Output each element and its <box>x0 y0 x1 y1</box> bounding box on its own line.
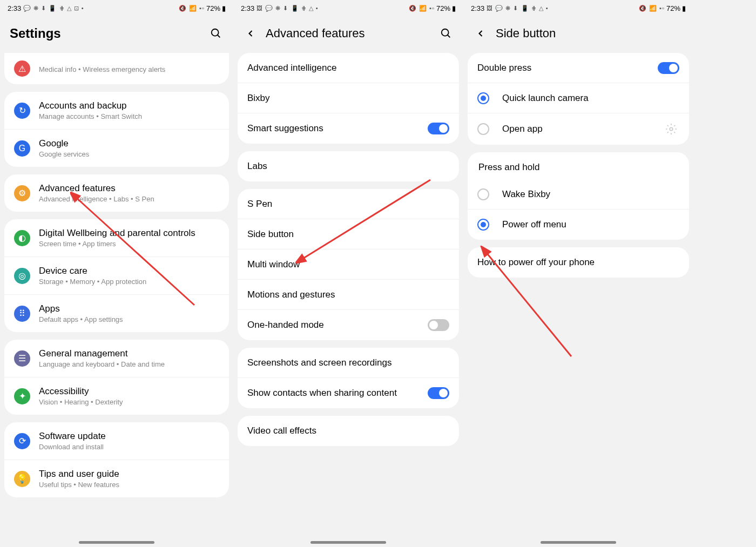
row-label: Multi window <box>247 259 300 270</box>
settings-item-safety[interactable]: ⚠ Medical info • Wireless emergency aler… <box>4 53 229 84</box>
row-label: Motions and gestures <box>247 289 335 300</box>
settings-item-device-care[interactable]: ◎ Device care Storage • Memory • App pro… <box>4 257 229 295</box>
settings-item-label: Software update <box>39 431 219 442</box>
nav-handle[interactable] <box>79 541 154 544</box>
toggle-double-press[interactable] <box>658 62 679 74</box>
radio-power-off-menu[interactable]: Power off menu <box>468 210 689 240</box>
row-label: Screenshots and screen recordings <box>247 357 392 368</box>
settings-item-accessibility[interactable]: ✦ Accessibility Vision • Hearing • Dexte… <box>4 377 229 415</box>
toggle-smart-suggestions[interactable] <box>428 123 449 134</box>
row-motions-gestures[interactable]: Motions and gestures <box>238 280 459 310</box>
settings-item-accounts[interactable]: ↻ Accounts and backup Manage accounts • … <box>4 92 229 130</box>
settings-item-advanced-features[interactable]: ⚙ Advanced features Advanced intelligenc… <box>4 174 229 212</box>
settings-item-label: Apps <box>39 303 219 314</box>
row-label: Video call effects <box>247 426 316 436</box>
settings-item-tips[interactable]: 💡 Tips and user guide Useful tips • New … <box>4 460 229 497</box>
gear-icon <box>665 123 677 135</box>
open-app-settings-button[interactable] <box>663 121 679 137</box>
radio-open-app[interactable]: Open app <box>468 113 689 145</box>
settings-item-label: Accessibility <box>39 386 219 397</box>
status-indicators-right: 🔇 📶 ▪▫ <box>409 5 435 12</box>
settings-item-wellbeing[interactable]: ◐ Digital Wellbeing and parental control… <box>4 219 229 257</box>
row-one-handed[interactable]: One-handed mode <box>238 310 459 340</box>
row-label: Side button <box>247 229 294 240</box>
settings-item-label: Google <box>39 138 219 149</box>
page-title: Side button <box>496 26 684 40</box>
radio-quick-launch-camera[interactable]: Quick launch camera <box>468 83 689 113</box>
status-time: 2:33 <box>8 4 21 12</box>
settings-item-label: General management <box>39 348 219 359</box>
row-label: Bixby <box>247 93 270 104</box>
settings-item-sub: Language and keyboard • Date and time <box>39 360 219 368</box>
search-button[interactable] <box>208 26 224 41</box>
row-advanced-intelligence[interactable]: Advanced intelligence <box>238 53 459 83</box>
row-show-contacts[interactable]: Show contacts when sharing content <box>238 378 459 408</box>
row-label: Labs <box>247 161 267 172</box>
page-title: Settings <box>10 26 208 41</box>
radio-icon[interactable] <box>477 188 489 200</box>
back-button[interactable] <box>473 26 488 41</box>
row-smart-suggestions[interactable]: Smart suggestions <box>238 113 459 144</box>
settings-item-software-update[interactable]: ⟳ Software update Download and install <box>4 422 229 460</box>
status-battery: 72% <box>436 4 450 12</box>
back-button[interactable] <box>243 26 258 41</box>
settings-item-label: Advanced features <box>39 183 219 194</box>
row-screenshots[interactable]: Screenshots and screen recordings <box>238 348 459 378</box>
settings-item-apps[interactable]: ⠿ Apps Default apps • App settings <box>4 295 229 332</box>
status-battery: 72% <box>206 4 220 12</box>
safety-icon: ⚠ <box>14 60 30 77</box>
status-time: 2:33 <box>471 4 484 12</box>
battery-icon: ▮ <box>452 4 456 12</box>
row-labs[interactable]: Labs <box>238 151 459 181</box>
radio-icon[interactable] <box>477 219 489 231</box>
nav-handle[interactable] <box>310 541 386 544</box>
sync-icon: ↻ <box>14 103 30 119</box>
settings-item-sub: Manage accounts • Smart Switch <box>39 112 219 120</box>
row-label: S Pen <box>247 199 272 210</box>
row-label: One-handed mode <box>247 320 428 330</box>
row-bixby[interactable]: Bixby <box>238 83 459 113</box>
radio-label: Open app <box>502 124 663 134</box>
toggle-one-handed[interactable] <box>428 319 449 331</box>
settings-item-label: Tips and user guide <box>39 469 219 480</box>
row-label: Smart suggestions <box>247 123 428 134</box>
row-video-call-effects[interactable]: Video call effects <box>238 416 459 446</box>
update-icon: ⟳ <box>14 433 30 449</box>
settings-item-label: Digital Wellbeing and parental controls <box>39 228 219 239</box>
search-icon <box>210 28 222 39</box>
row-multi-window[interactable]: Multi window <box>238 249 459 280</box>
status-indicators-left: 💬 ❋ ⬇ 📱 ⋕ △ ⊡ • <box>23 5 84 12</box>
nav-handle[interactable] <box>541 541 616 544</box>
settings-item-sub: Default apps • App settings <box>39 315 219 323</box>
search-icon <box>440 28 452 39</box>
row-double-press[interactable]: Double press <box>468 53 689 83</box>
status-bar: 2:33 🖼 💬 ❋ ⬇ 📱 ⋕ △ • 🔇 📶 ▪▫ 72% ▮ <box>463 0 693 16</box>
settings-item-sub: Download and install <box>39 443 219 451</box>
row-side-button[interactable]: Side button <box>238 219 459 249</box>
row-s-pen[interactable]: S Pen <box>238 189 459 219</box>
wellbeing-icon: ◐ <box>14 230 30 246</box>
radio-label: Quick launch camera <box>502 93 589 104</box>
google-icon: G <box>14 140 30 157</box>
toggle-show-contacts[interactable] <box>428 387 449 399</box>
tips-icon: 💡 <box>14 471 30 487</box>
radio-icon[interactable] <box>477 123 489 135</box>
settings-item-sub: Medical info • Wireless emergency alerts <box>39 65 219 73</box>
status-bar: 2:33 🖼 💬 ❋ ⬇ 📱 ⋕ △ • 🔇 📶 ▪▫ 72% ▮ <box>233 0 463 16</box>
chevron-left-icon <box>245 28 256 39</box>
device-care-icon: ◎ <box>14 268 30 284</box>
settings-item-sub: Storage • Memory • App protection <box>39 278 219 286</box>
row-label: How to power off your phone <box>477 257 595 268</box>
status-indicators-right: 🔇 📶 ▪▫ <box>179 5 205 12</box>
svg-line-1 <box>218 35 220 38</box>
radio-wake-bixby[interactable]: Wake Bixby <box>468 179 689 210</box>
search-button[interactable] <box>438 26 454 41</box>
chevron-left-icon <box>475 28 486 39</box>
settings-item-sub: Vision • Hearing • Dexterity <box>39 398 219 406</box>
settings-item-google[interactable]: G Google Google services <box>4 130 229 167</box>
page-title: Advanced features <box>266 26 438 40</box>
radio-icon[interactable] <box>477 92 489 104</box>
svg-point-4 <box>442 29 449 36</box>
settings-item-general[interactable]: ☰ General management Language and keyboa… <box>4 340 229 377</box>
row-how-to-power-off[interactable]: How to power off your phone <box>468 247 689 278</box>
